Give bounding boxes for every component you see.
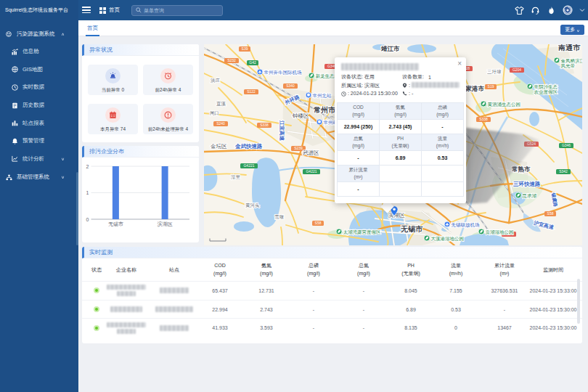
map-poi-太湖湾露营度假区[interactable]: 太湖湾露营度假区 — [336, 229, 381, 235]
table-row[interactable]: 22.9942.743--6.890.53-2024-01-23 15:30:0… — [82, 300, 582, 319]
stat-card[interactable]: 本月异常 74 — [88, 104, 138, 134]
road-badge-S338: S338 — [257, 123, 271, 128]
clock-alert-icon — [160, 68, 176, 83]
realtime-monitor-panel: 实时监测 状态企业名称站点COD(mg/l)氨氮(mg/l)总磷(mg/l)总氮… — [82, 247, 582, 343]
siren-icon — [105, 68, 121, 83]
info-cabin-icon — [12, 49, 18, 55]
metric-header-empty — [380, 166, 422, 182]
sidebar-label: 站点报表 — [23, 120, 44, 127]
sidebar-label: 信息舱 — [23, 48, 39, 55]
sidebar-item-站点报表[interactable]: 站点报表 — [0, 114, 78, 132]
bar-无锡市[interactable] — [113, 166, 119, 219]
tab-bar: 首页 更多∨ — [78, 20, 588, 36]
map-poi-常州奔牛国际机场[interactable]: 常州奔牛国际机场 — [257, 69, 302, 75]
col-header-COD: COD(mg/l) — [200, 262, 240, 278]
map-label-常州市: 常州市 — [314, 106, 336, 114]
sidebar-item-预警管理[interactable]: 预警管理 — [0, 132, 78, 150]
location-pin-icon — [402, 83, 407, 88]
metric-value-总磷: - — [422, 120, 464, 134]
svg-text:黄泗浦生态公园: 黄泗浦生态公园 — [488, 102, 521, 107]
col-header-PH: PH(无量纲) — [388, 262, 433, 278]
more-button[interactable]: 更多∨ — [560, 25, 584, 35]
theme-skin-icon[interactable] — [515, 6, 524, 15]
cell-value: 65.437 — [200, 288, 240, 293]
map-label-黄河头: 黄河头 — [245, 203, 260, 208]
map-canvas[interactable]: S39S232G42S122S340G346S240S338S239G4221G… — [204, 44, 582, 245]
road-badge-S58: S58 — [544, 211, 556, 216]
tab-home[interactable]: 首页 — [86, 20, 99, 36]
sidebar-item-统计分析[interactable]: 统计分析∨ — [0, 150, 78, 168]
road-badge-S19: S19 — [485, 84, 497, 89]
address-colon: : — [409, 83, 410, 88]
exclamation-circle-icon — [160, 107, 176, 123]
svg-text:S19: S19 — [488, 84, 494, 89]
app-root: Squirrel生态环境云服务平台 污染源监测系统∧信息舱GIS地图实时数据历史… — [0, 0, 588, 392]
grid-icon — [99, 7, 106, 14]
table-row[interactable]: 41.9333.593--8.1350134672024-01-23 15:30… — [82, 318, 582, 337]
stat-card-label: 当前异常 0 — [88, 87, 138, 94]
hamburger-menu-icon[interactable] — [82, 7, 91, 14]
road-badge-G346: G346 — [559, 143, 573, 148]
cell-value: 22.994 — [200, 307, 240, 312]
map-poi-常州北站[interactable]: 常州北站 — [306, 92, 332, 99]
map-poi-昆承湖[interactable]: 昆承湖 — [515, 192, 537, 199]
sidebar-label: 预警管理 — [23, 137, 44, 144]
sidebar-item-实时数据[interactable]: 实时数据 — [0, 78, 78, 97]
cell-value: 2024-01-23 15:30:00 — [528, 307, 579, 312]
map-label-洪庄: 洪庄 — [211, 78, 221, 83]
header-actions — [515, 0, 585, 20]
road-badge-G4221: G4221 — [240, 163, 258, 168]
col-header-站点: 站点 — [151, 266, 197, 274]
stat-card-label: 前24h异常 4 — [143, 87, 193, 94]
sidebar-item-历史数据[interactable]: 历史数据 — [0, 97, 78, 115]
col-header-总氮: 总氮(mg/l) — [341, 262, 386, 278]
table-row[interactable]: 65.43712.731--8.0457.155327636.5312024-0… — [82, 281, 582, 300]
menu-search[interactable] — [131, 5, 223, 16]
table-scrollbar[interactable] — [577, 279, 580, 324]
sidebar-group-污染源监测系统[interactable]: 污染源监测系统∧ — [0, 25, 78, 43]
popup-close-icon[interactable]: × — [457, 60, 462, 68]
clock-icon — [341, 91, 346, 97]
road-badge-S232: S232 — [224, 58, 239, 63]
popup-title-redacted — [341, 63, 419, 70]
road-badge-S39: S39 — [239, 46, 250, 52]
col-header-累计流量: 累计流量(m³) — [481, 262, 528, 278]
svg-text:S39: S39 — [242, 46, 248, 51]
cell-value: - — [481, 307, 528, 312]
distribution-panel-title: 排污企业分布 — [82, 146, 199, 158]
top-header: 首页 — [78, 0, 588, 20]
road-badge-S338: S338 — [476, 117, 491, 122]
customer-service-icon[interactable] — [531, 6, 540, 15]
avatar[interactable] — [563, 5, 573, 15]
cell-value: 13467 — [481, 325, 528, 330]
map-label-武进区: 武进区 — [303, 150, 319, 156]
sidebar-group-基础管理系统[interactable]: 基础管理系统∨ — [0, 168, 78, 186]
metric-header-总磷: 总磷(mg/l) — [422, 103, 464, 120]
user-dropdown-chevron-icon[interactable] — [579, 7, 585, 13]
phone-icon — [402, 91, 407, 96]
metric-header-PH: PH(无量纲) — [380, 134, 422, 151]
metric-header-empty — [422, 166, 464, 182]
realtime-data-icon — [12, 84, 18, 91]
search-input[interactable] — [144, 8, 216, 13]
stat-card[interactable]: 当前异常 0 — [88, 65, 138, 95]
company-name-redacted — [104, 322, 149, 334]
sidebar-item-GIS地图[interactable]: GIS地图 — [0, 61, 78, 79]
sidebar-scrollbar[interactable] — [76, 172, 78, 245]
history-data-icon — [12, 102, 18, 109]
sidebar-label: GIS地图 — [23, 66, 43, 73]
device-status-value: 在用 — [364, 73, 375, 81]
stat-card[interactable]: 前24h未处理异常 4 — [143, 104, 193, 134]
breadcrumb-home[interactable]: 首页 — [99, 0, 120, 20]
x-category-滨湖区: 滨湖区 — [158, 221, 173, 227]
stat-card-label: 本月异常 74 — [88, 126, 138, 133]
stat-card[interactable]: 前24h异常 4 — [143, 65, 193, 95]
road-badge-S58: S58 — [312, 221, 324, 226]
abnormal-panel-title: 异常状况 — [82, 44, 199, 56]
bar-滨湖区[interactable] — [162, 166, 168, 219]
road-badge-G42: G42 — [247, 60, 258, 65]
sidebar-item-信息舱[interactable]: 信息舱 — [0, 43, 78, 61]
svg-text:G204: G204 — [513, 68, 521, 72]
svg-text:S338: S338 — [479, 117, 488, 121]
flame-icon[interactable] — [547, 6, 556, 15]
